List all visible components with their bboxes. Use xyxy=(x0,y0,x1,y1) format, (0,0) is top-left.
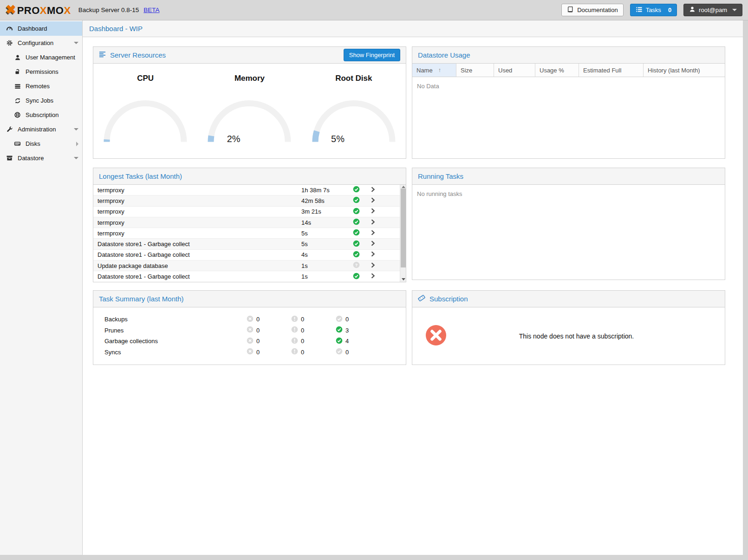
gauge-root-disk: Root Disk9% xyxy=(307,74,400,158)
column-header-used[interactable]: Used xyxy=(494,64,535,77)
scroll-down-icon[interactable] xyxy=(402,278,405,280)
gauge-value: 9% xyxy=(398,134,406,144)
sidebar-item-remotes[interactable]: Remotes xyxy=(0,79,82,93)
gauge-arc: 2% xyxy=(101,97,189,143)
tasks-button[interactable]: Tasks 0 xyxy=(630,4,677,16)
column-header-usage-[interactable]: Usage % xyxy=(535,64,579,77)
task-row[interactable]: Datastore store1 - Garbage collect4s xyxy=(93,250,400,260)
running-tasks-panel: Running Tasks No running tasks xyxy=(412,168,725,280)
scrollbar[interactable] xyxy=(400,185,406,282)
task-name: termproxy xyxy=(98,208,301,215)
error-count: 0 xyxy=(256,316,260,323)
summary-row-prunes: Prunes003 xyxy=(93,325,406,336)
sidebar-item-user-management[interactable]: User Management xyxy=(0,50,82,65)
summary-row-syncs: Syncs000 xyxy=(93,347,406,358)
column-header-estimated-full[interactable]: Estimated Full xyxy=(579,64,644,77)
error-count-icon xyxy=(247,337,254,345)
sidebar-nav: DashboardConfigurationUser ManagementPer… xyxy=(0,20,83,555)
sidebar-item-label: Dashboard xyxy=(18,25,47,32)
server-resources-title: Server Resources xyxy=(110,51,166,59)
column-header-history-last-month-[interactable]: History (last Month) xyxy=(644,64,725,77)
longest-tasks-title: Longest Tasks (last Month) xyxy=(99,172,182,180)
sidebar-item-subscription[interactable]: Subscription xyxy=(0,108,82,122)
task-name: Update package database xyxy=(98,262,301,269)
wrench-icon xyxy=(6,126,13,133)
task-name: termproxy xyxy=(98,219,301,226)
documentation-button[interactable]: Documentation xyxy=(561,4,623,16)
sidebar-item-disks[interactable]: Disks xyxy=(0,137,82,151)
summary-label: Backups xyxy=(104,316,247,323)
task-duration: 1s xyxy=(301,273,348,280)
task-row[interactable]: termproxy3m 21s xyxy=(93,207,400,217)
summary-label: Prunes xyxy=(104,327,247,334)
ok-count-icon xyxy=(336,337,343,345)
status-ok-icon xyxy=(353,218,360,227)
error-count: 0 xyxy=(256,338,260,345)
page-toolbar: Dashboard - WIP xyxy=(83,20,743,37)
datastore-usage-panel: Datastore Usage Name↑SizeUsedUsage %Esti… xyxy=(412,46,725,159)
datastore-empty-text: No Data xyxy=(412,77,725,95)
open-task-button[interactable] xyxy=(364,219,381,227)
status-ok-icon xyxy=(353,196,360,205)
running-tasks-empty-text: No running tasks xyxy=(412,185,725,203)
warning-count-icon xyxy=(291,326,298,334)
main-area: Dashboard - WIP Server Resources Show Fi… xyxy=(83,20,743,555)
sidebar-item-datastore[interactable]: Datastore xyxy=(0,151,82,165)
beta-link[interactable]: BETA xyxy=(143,7,159,13)
open-task-button[interactable] xyxy=(364,240,381,248)
task-row[interactable]: Datastore store1 - Garbage collect5s xyxy=(93,239,400,249)
sidebar-item-dashboard[interactable]: Dashboard xyxy=(0,21,82,36)
scrollbar-thumb[interactable] xyxy=(401,189,406,267)
chevron-right-icon xyxy=(370,197,376,205)
task-duration: 42m 58s xyxy=(301,197,348,204)
open-task-button[interactable] xyxy=(364,273,381,280)
task-row[interactable]: termproxy42m 58s xyxy=(93,195,400,206)
task-row[interactable]: termproxy1h 38m 7s xyxy=(93,185,400,195)
task-duration: 4s xyxy=(301,251,348,258)
open-task-button[interactable] xyxy=(364,262,381,270)
warning-count: 0 xyxy=(301,338,304,345)
task-row[interactable]: termproxy5s xyxy=(93,228,400,239)
warning-count: 0 xyxy=(301,316,304,323)
open-task-button[interactable] xyxy=(364,208,381,215)
book-icon xyxy=(567,6,574,14)
open-task-button[interactable] xyxy=(364,197,381,205)
user-menu-button[interactable]: root@pam xyxy=(683,4,742,16)
ok-count-icon xyxy=(336,326,343,334)
ok-count: 3 xyxy=(345,327,349,334)
column-header-name[interactable]: Name↑ xyxy=(412,64,456,77)
logo-letter: X xyxy=(64,5,71,16)
unlock-icon xyxy=(13,69,21,75)
sidebar-item-administration[interactable]: Administration xyxy=(0,122,82,137)
user-icon xyxy=(13,54,21,61)
sidebar-item-permissions[interactable]: Permissions xyxy=(0,65,82,79)
status-ok-icon xyxy=(353,273,360,281)
show-fingerprint-button[interactable]: Show Fingerprint xyxy=(344,49,400,61)
task-row[interactable]: Update package database1s? xyxy=(93,260,400,271)
no-subscription-error-icon xyxy=(425,325,447,348)
proxmox-x-logo-icon: ✖ xyxy=(6,4,16,16)
task-name: termproxy xyxy=(98,230,301,237)
error-count-icon xyxy=(247,315,254,324)
sidebar-item-configuration[interactable]: Configuration xyxy=(0,36,82,50)
page-title: Dashboard - WIP xyxy=(89,25,143,33)
open-task-button[interactable] xyxy=(364,186,381,194)
warning-count-icon xyxy=(291,315,298,324)
chevron-down-icon xyxy=(74,157,78,159)
status-ok-icon xyxy=(353,229,360,237)
task-name: termproxy xyxy=(98,187,301,194)
open-task-button[interactable] xyxy=(364,251,381,259)
task-row[interactable]: termproxy14s xyxy=(93,217,400,228)
sort-asc-icon: ↑ xyxy=(438,67,441,73)
sidebar-item-sync-jobs[interactable]: Sync Jobs xyxy=(0,93,82,108)
warning-count-icon xyxy=(291,337,298,345)
open-task-button[interactable] xyxy=(364,229,381,237)
task-row[interactable]: Datastore store1 - Garbage collect1s xyxy=(93,271,400,282)
proxmox-logo: ✖ PROXMOX xyxy=(6,4,71,17)
scroll-up-icon[interactable] xyxy=(402,186,405,188)
subscription-message: This node does not have a subscription. xyxy=(447,332,725,340)
sidebar-item-label: User Management xyxy=(26,54,75,61)
logo-letter: PRO xyxy=(17,5,40,16)
column-header-size[interactable]: Size xyxy=(456,64,494,77)
gauge-arc: 9% xyxy=(310,97,398,143)
